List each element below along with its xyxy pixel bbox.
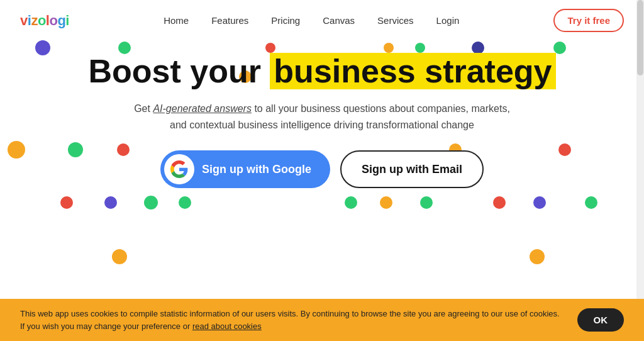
- decorative-dot: [530, 249, 545, 264]
- hero-headline: Boost your business strategy: [13, 53, 631, 89]
- decorative-dot: [144, 196, 158, 210]
- try-free-button[interactable]: Try it free: [553, 9, 624, 32]
- google-icon: [164, 154, 194, 184]
- nav-login[interactable]: Login: [436, 15, 460, 26]
- hero-section: Boost your business strategy Get AI-gene…: [0, 41, 644, 188]
- nav-features[interactable]: Features: [211, 15, 248, 26]
- decorative-dot: [60, 196, 73, 209]
- logo[interactable]: vizologi: [20, 13, 69, 29]
- decorative-dot: [380, 196, 392, 209]
- decorative-dot: [345, 196, 357, 209]
- nav-links: Home Features Pricing Canvas Services Lo…: [164, 15, 459, 26]
- nav-home[interactable]: Home: [164, 15, 189, 26]
- cookie-banner: This web app uses cookies to compile sta…: [0, 299, 644, 341]
- hero-subtext: Get AI-generated answers to all your bus…: [127, 101, 517, 133]
- decorative-dot: [533, 196, 546, 209]
- cookie-text: This web app uses cookies to compile sta…: [20, 308, 565, 332]
- nav-services[interactable]: Services: [377, 15, 414, 26]
- signup-email-label: Sign up with Email: [362, 163, 462, 176]
- decorative-dot: [420, 196, 433, 209]
- signup-google-label: Sign up with Google: [202, 163, 311, 176]
- decorative-dot: [493, 196, 506, 209]
- cookie-ok-button[interactable]: OK: [577, 308, 625, 332]
- cookie-read-link[interactable]: read about cookies: [192, 321, 262, 331]
- nav-pricing[interactable]: Pricing: [271, 15, 300, 26]
- decorative-dot: [112, 249, 127, 264]
- decorative-dot: [104, 196, 117, 209]
- cta-button-group: Sign up with Google Sign up with Email: [13, 150, 631, 188]
- decorative-dot: [585, 196, 597, 209]
- signup-email-button[interactable]: Sign up with Email: [340, 150, 484, 188]
- navbar: vizologi Home Features Pricing Canvas Se…: [0, 0, 644, 41]
- headline-highlight: business strategy: [270, 53, 555, 89]
- headline-plain: Boost your: [88, 53, 270, 89]
- nav-canvas[interactable]: Canvas: [323, 15, 355, 26]
- signup-google-button[interactable]: Sign up with Google: [160, 150, 330, 188]
- decorative-dot: [179, 196, 191, 209]
